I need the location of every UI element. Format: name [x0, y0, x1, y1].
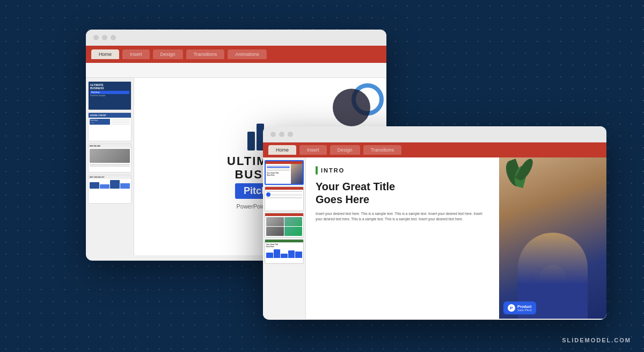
intro-tag-text: INTRO: [321, 167, 345, 174]
ft-body-4: Your Great TitleGoes Here: [265, 242, 303, 263]
front-main-slide: INTRO Your Great Title Goes Here Insert …: [306, 157, 606, 319]
dot-yellow-front: [279, 132, 284, 137]
dot-red: [93, 35, 99, 40]
intro-tag: INTRO: [316, 166, 489, 175]
slide-photo-col: P Product Sale Pitch: [499, 157, 606, 319]
titlebar-back: [86, 30, 386, 46]
dot-red-front: [270, 132, 276, 137]
ft-line-2: [267, 168, 290, 169]
slide-body-text: Insert your desired text here. This is a…: [316, 211, 489, 222]
slide-text-col: INTRO Your Great Title Goes Here Insert …: [306, 157, 499, 319]
deco-circle: [333, 89, 370, 126]
thumb-1-back[interactable]: ULTIMATEBUSINESS Pitch Deck PowerPoint T…: [88, 81, 131, 110]
dot-green-front: [288, 132, 293, 137]
tab-animations-back[interactable]: Animations: [228, 49, 267, 59]
titlebar-front: [263, 126, 606, 142]
tab-transitions-back[interactable]: Transitions: [186, 49, 225, 59]
ft-body-3: [265, 216, 303, 237]
ft-body-2: [265, 190, 303, 211]
badge-p-icon: P: [508, 304, 515, 312]
slide-panel-back: ULTIMATEBUSINESS Pitch Deck PowerPoint T…: [86, 78, 134, 255]
tab-design-front[interactable]: Design: [330, 145, 360, 155]
front-thumb-1[interactable]: Your Great TitleGoes Here: [265, 160, 304, 185]
ribbon-back: [86, 63, 386, 78]
tab-insert-front[interactable]: Insert: [299, 145, 327, 155]
thumb-sub: PowerPoint Template: [90, 95, 129, 97]
product-badge: P Product Sale Pitch: [503, 301, 536, 314]
ft2-right-1: [291, 164, 303, 184]
title-line1: Your Great Title: [316, 180, 489, 193]
thumb-4-back[interactable]: WHY CHOOSE US?: [88, 175, 131, 204]
thumb-logo: ULTIMATEBUSINESS: [90, 83, 129, 90]
toolbar-back: Home Insert Design Transitions Animation…: [86, 46, 386, 63]
badge-text-group: Product Sale Pitch: [517, 305, 532, 312]
tab-transitions-front[interactable]: Transitions: [363, 145, 402, 155]
watermark: SLIDEMODEL.COM: [562, 337, 631, 343]
thumb-3-back[interactable]: WHO WE ARE: [88, 143, 131, 173]
tab-home-back[interactable]: Home: [91, 49, 119, 59]
thumb-2-back[interactable]: AGENDA / CONTENT Pitch Deck Contents: [88, 112, 131, 141]
title-line2: Goes Here: [316, 193, 489, 206]
ft-line-blue: [267, 167, 290, 168]
badge-subtitle: Sale Pitch: [517, 308, 532, 312]
ft2-content-1: Your Great TitleGoes Here: [266, 164, 303, 184]
front-thumb-3[interactable]: [265, 213, 304, 238]
tab-home-front[interactable]: Home: [268, 145, 296, 155]
ft2-left-1: Your Great TitleGoes Here: [266, 164, 291, 184]
slide-main-title: Your Great Title Goes Here: [316, 180, 489, 206]
ft-line: [267, 165, 290, 166]
badge-title: Product: [517, 305, 532, 308]
plant-deco: [504, 157, 537, 200]
toolbar-front: Home Insert Design Transitions: [263, 142, 606, 157]
intro-tag-bar: [316, 166, 318, 175]
front-content: Your Great TitleGoes Here: [263, 157, 606, 319]
tab-design-back[interactable]: Design: [153, 49, 183, 59]
tab-insert-back[interactable]: Insert: [122, 49, 150, 59]
ft-line-3: [267, 170, 290, 171]
photo-placeholder: P Product Sale Pitch: [499, 157, 606, 319]
front-slide-panel: Your Great TitleGoes Here: [263, 157, 306, 319]
dot-green: [111, 35, 116, 40]
dot-yellow: [102, 35, 107, 40]
logo-bar-1: [247, 132, 255, 150]
thumb-badge: Pitch Deck: [90, 91, 129, 94]
slide-intro-layout: INTRO Your Great Title Goes Here Insert …: [306, 157, 606, 319]
front-thumb-4[interactable]: Your Great TitleGoes Here: [265, 239, 304, 264]
front-thumb-2[interactable]: [265, 186, 304, 211]
window-front: Home Insert Design Transitions Your Grea…: [263, 126, 606, 320]
